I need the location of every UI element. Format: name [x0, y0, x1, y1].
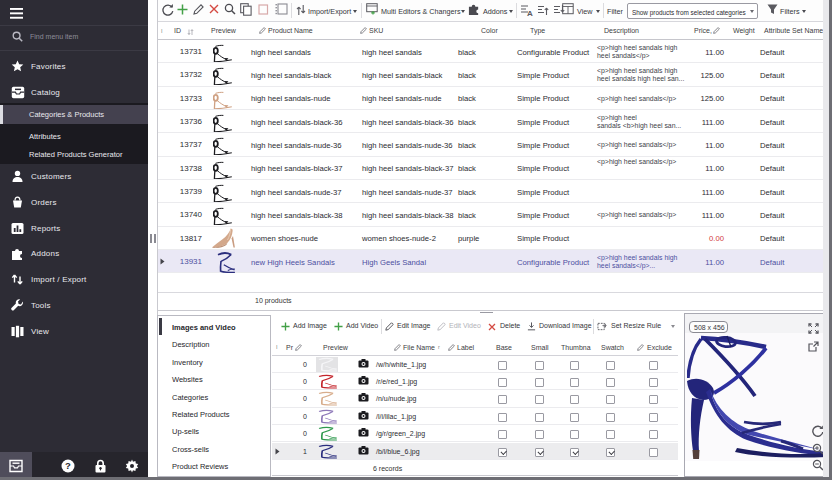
svg-text:?: ?	[65, 460, 71, 471]
svg-text:A: A	[527, 9, 533, 16]
